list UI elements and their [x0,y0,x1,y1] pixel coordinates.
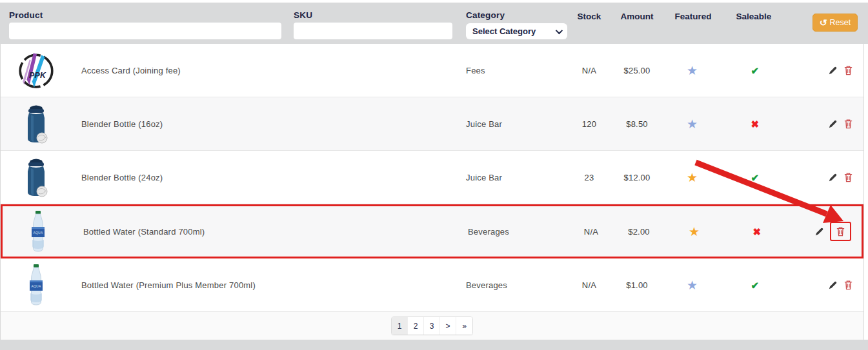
delete-trash-icon[interactable] [843,119,853,129]
amount-column-header: Amount [609,12,665,21]
product-name: Access Card (Joining fee) [71,66,466,75]
featured-star-icon[interactable]: ★ [667,226,722,238]
product-filter-input[interactable] [9,23,281,39]
product-name: Bottled Water (Standard 700ml) [73,227,468,237]
product-image-cell: AQUA [1,264,71,306]
featured-star-icon[interactable]: ★ [665,64,720,77]
product-stock: 23 [569,173,609,182]
products-page: Product SKU Category Select Category Sto… [0,0,868,350]
product-filter-label: Product [9,10,43,20]
product-stock: N/A [571,227,611,237]
delete-trash-icon[interactable] [843,65,853,75]
svg-text:PPK: PPK [29,71,46,80]
product-amount: $2.00 [611,227,667,237]
product-category: Beverages [466,280,569,290]
product-category: Juice Bar [466,173,569,182]
page-button-3[interactable]: 3 [424,317,440,335]
edit-pencil-icon[interactable] [828,280,838,290]
featured-star-icon[interactable]: ★ [665,171,720,184]
row-actions [791,119,863,129]
category-select[interactable]: Select Category [466,23,567,39]
products-table: PPK Access Card (Joining fee) Fees N/A $… [0,44,864,312]
edit-pencil-icon[interactable] [828,66,838,75]
svg-text:AQUA: AQUA [31,284,41,288]
delete-trash-icon[interactable] [843,280,853,290]
featured-column-header: Featured [665,12,722,21]
product-name: Blender Bottle (24oz) [71,173,466,182]
stock-column-header: Stock [569,12,609,21]
product-category: Beverages [468,227,571,237]
page-button-2[interactable]: 2 [408,317,424,335]
featured-star-icon[interactable]: ★ [665,118,720,130]
edit-pencil-icon[interactable] [814,227,824,237]
sku-filter-label: SKU [294,10,312,20]
water-bottle-image: AQUA [28,210,48,253]
product-stock: N/A [569,66,609,75]
product-amount: $8.50 [609,119,665,129]
reset-button-label: Reset [830,18,851,27]
filter-bar: Product SKU Category Select Category Sto… [0,3,868,44]
reset-button[interactable]: ↺ Reset [812,14,858,32]
product-amount: $1.00 [609,280,665,290]
saleable-cross-icon[interactable]: ✖ [720,119,791,129]
product-stock: 120 [569,119,609,129]
row-actions [792,222,862,241]
svg-text:AQUA: AQUA [33,231,43,235]
chevron-down-icon [556,26,563,34]
row-actions [791,280,863,290]
product-image-cell [1,157,71,198]
delete-trash-icon[interactable] [843,172,853,182]
product-name: Blender Bottle (16oz) [71,119,466,129]
product-amount: $12.00 [609,173,665,182]
product-category: Fees [466,66,569,75]
page-background-strip [0,340,868,350]
table-row: Blender Bottle (24oz) Juice Bar 23 $12.0… [1,151,863,204]
page-button-next[interactable]: > [440,317,456,335]
saleable-cross-icon[interactable]: ✖ [722,227,792,237]
product-image-cell [1,103,71,144]
saleable-check-icon[interactable]: ✔ [720,173,791,182]
sku-filter-input[interactable] [294,23,452,39]
blender-bottle-image [21,157,51,198]
table-row: AQUA Bottled Water (Premium Plus Member … [1,258,863,312]
row-actions [791,172,863,182]
saleable-check-icon[interactable]: ✔ [720,66,791,75]
featured-star-icon[interactable]: ★ [665,279,720,291]
product-image-cell: AQUA [3,210,73,253]
table-row-highlighted: AQUA Bottled Water (Standard 700ml) Beve… [1,204,863,258]
edit-pencil-icon[interactable] [828,119,838,129]
reset-undo-icon: ↺ [820,18,827,27]
category-filter-label: Category [466,10,505,20]
ppk-logo-image: PPK [16,50,56,90]
table-footer: 1 2 3 > » [0,312,864,340]
product-amount: $25.00 [609,66,665,75]
blender-bottle-image [21,103,51,144]
pagination: 1 2 3 > » [391,316,473,335]
product-category: Juice Bar [466,119,569,129]
table-row: PPK Access Card (Joining fee) Fees N/A $… [1,44,863,97]
product-stock: N/A [569,280,609,290]
water-bottle-image: AQUA [26,264,46,306]
product-name: Bottled Water (Premium Plus Member 700ml… [71,280,466,290]
edit-pencil-icon[interactable] [828,173,838,182]
row-actions [791,65,863,75]
page-button-last[interactable]: » [456,317,472,335]
table-row: Blender Bottle (16oz) Juice Bar 120 $8.5… [1,97,863,151]
product-image-cell: PPK [1,50,71,90]
page-button-1[interactable]: 1 [392,317,408,335]
delete-trash-icon-highlighted[interactable] [830,222,851,241]
saleable-check-icon[interactable]: ✔ [720,280,791,290]
category-select-value: Select Category [472,26,536,36]
saleable-column-header: Saleable [722,12,786,21]
